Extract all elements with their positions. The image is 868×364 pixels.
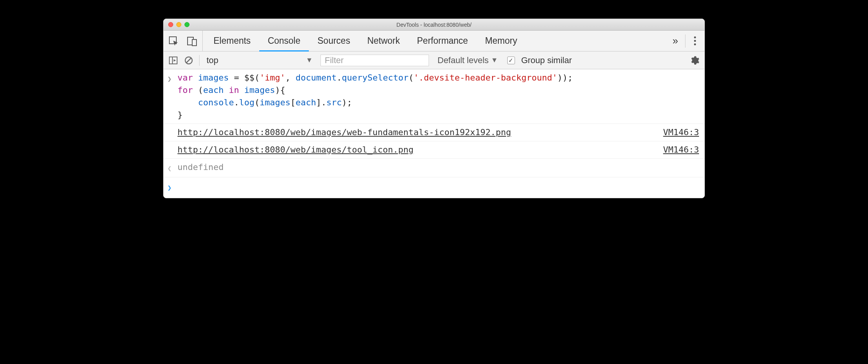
tab-performance[interactable]: Performance: [408, 31, 477, 51]
log-source-link[interactable]: VM146:3: [655, 144, 699, 156]
inspect-element-icon[interactable]: [168, 36, 179, 46]
svg-rect-2: [192, 39, 196, 46]
tab-sources[interactable]: Sources: [309, 31, 358, 51]
toggle-device-toolbar-icon[interactable]: [187, 36, 198, 46]
console-prompt-row[interactable]: ❯: [164, 177, 704, 198]
svg-marker-5: [174, 59, 176, 62]
window-title: DevTools - localhost:8080/web/: [164, 22, 704, 28]
console-log-row: http://localhost:8080/web/images/tool_ic…: [164, 141, 704, 159]
divider: [685, 34, 685, 48]
toolbar-left: [165, 31, 203, 51]
console-input-row[interactable]: ❯ var images = $$('img', document.queryS…: [164, 69, 704, 124]
filter-input[interactable]: [320, 55, 429, 66]
tab-memory[interactable]: Memory: [477, 31, 526, 51]
settings-menu-icon[interactable]: [692, 36, 698, 45]
svg-line-7: [186, 58, 191, 63]
main-toolbar: Elements Console Sources Network Perform…: [164, 31, 704, 52]
dropdown-icon: ▼: [306, 56, 313, 64]
window-controls: [168, 22, 189, 27]
close-window-button[interactable]: [168, 22, 173, 27]
input-code: var images = $$('img', document.querySel…: [177, 72, 699, 121]
zoom-window-button[interactable]: [184, 22, 189, 27]
tab-elements[interactable]: Elements: [205, 31, 259, 51]
console-log-row: http://localhost:8080/web/images/web-fun…: [164, 124, 704, 141]
devtools-window: DevTools - localhost:8080/web/ Elements …: [163, 19, 705, 198]
input-chevron-icon: ❯: [167, 72, 177, 121]
log-message-link[interactable]: http://localhost:8080/web/images/tool_ic…: [177, 144, 413, 156]
console-toolbar: top ▼ Default levels ▼ ✓ Group similar: [164, 52, 704, 69]
log-levels-select[interactable]: Default levels ▼: [437, 55, 498, 65]
tab-console[interactable]: Console: [259, 31, 309, 51]
return-value: undefined: [177, 161, 699, 175]
group-similar-label: Group similar: [521, 55, 572, 65]
divider: [199, 55, 200, 66]
titlebar[interactable]: DevTools - localhost:8080/web/: [164, 19, 704, 31]
output-chevron-icon: ❮: [167, 161, 177, 175]
console-settings-icon[interactable]: [689, 55, 701, 66]
levels-label: Default levels: [437, 55, 489, 65]
log-source-link[interactable]: VM146:3: [655, 126, 699, 139]
console-output: ❯ var images = $$('img', document.queryS…: [164, 69, 704, 198]
tabs: Elements Console Sources Network Perform…: [203, 31, 666, 51]
check-icon: ✓: [508, 57, 513, 64]
clear-console-icon[interactable]: [183, 55, 195, 66]
context-value: top: [207, 55, 219, 65]
console-return-row: ❮ undefined: [164, 159, 704, 177]
toolbar-right: »: [666, 31, 701, 51]
more-tabs-icon[interactable]: »: [670, 35, 679, 47]
tab-network[interactable]: Network: [359, 31, 408, 51]
prompt-chevron-icon: ❯: [167, 180, 177, 194]
group-similar-checkbox[interactable]: ✓: [507, 57, 515, 64]
minimize-window-button[interactable]: [176, 22, 181, 27]
console-prompt-input[interactable]: [177, 180, 699, 194]
dropdown-icon: ▼: [491, 56, 498, 64]
toggle-sidebar-icon[interactable]: [167, 55, 179, 66]
execution-context-select[interactable]: top ▼: [204, 54, 317, 67]
log-message-link[interactable]: http://localhost:8080/web/images/web-fun…: [177, 126, 511, 139]
